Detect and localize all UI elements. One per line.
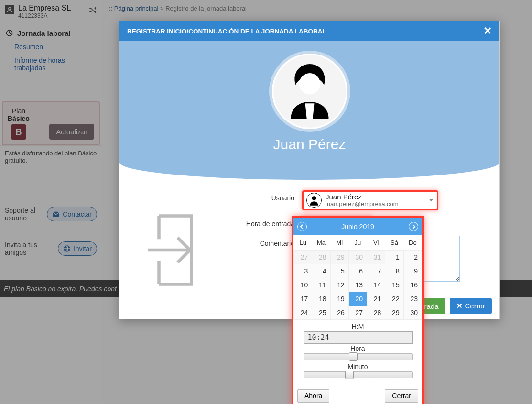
day-29[interactable]: 29	[330, 251, 348, 264]
dow-Ju: Ju	[348, 235, 367, 251]
hour-slider[interactable]	[304, 353, 413, 360]
x-icon: ✕	[456, 302, 463, 310]
day-7[interactable]: 7	[367, 264, 385, 278]
day-23[interactable]: 23	[403, 292, 422, 306]
day-29[interactable]: 29	[385, 306, 403, 320]
calendar-grid: LuMaMiJuViSáDo 2728293031123456789101112…	[293, 235, 422, 320]
day-30[interactable]: 30	[403, 306, 422, 320]
dow-Ma: Ma	[312, 235, 330, 251]
day-31[interactable]: 31	[367, 251, 385, 264]
datepicker: Junio 2019 LuMaMiJuViSáDo 27282930311234…	[292, 216, 424, 404]
day-1[interactable]: 1	[385, 251, 403, 264]
day-13[interactable]: 13	[348, 278, 367, 292]
day-12[interactable]: 12	[330, 278, 348, 292]
dow-Mi: Mi	[330, 235, 348, 251]
label-usuario: Usuario	[135, 190, 302, 202]
day-10[interactable]: 10	[294, 278, 312, 292]
day-9[interactable]: 9	[403, 264, 422, 278]
day-18[interactable]: 18	[312, 292, 330, 306]
avatar-large	[269, 51, 350, 132]
dow-Lu: Lu	[294, 235, 312, 251]
day-27[interactable]: 27	[294, 251, 312, 264]
day-27[interactable]: 27	[348, 306, 367, 320]
day-28[interactable]: 28	[367, 306, 385, 320]
hm-label: H:M	[299, 323, 416, 330]
svg-point-5	[299, 73, 320, 94]
day-20[interactable]: 20	[348, 292, 367, 306]
day-8[interactable]: 8	[385, 264, 403, 278]
dow-Sá: Sá	[385, 235, 403, 251]
user-name-big: Juan Pérez	[119, 136, 499, 153]
close-label: Cerrar	[465, 302, 485, 310]
next-month-button[interactable]	[409, 222, 418, 231]
minute-label: Minuto	[299, 363, 416, 371]
chevron-down-icon	[429, 199, 433, 202]
selected-user-name: Juan Pérez	[326, 193, 399, 201]
day-25[interactable]: 25	[312, 306, 330, 320]
user-icon	[306, 193, 322, 208]
picker-close-button[interactable]: Cerrar	[385, 389, 418, 403]
day-5[interactable]: 5	[330, 264, 348, 278]
day-4[interactable]: 4	[312, 264, 330, 278]
selected-user-email: juan.perez@empresa.com	[326, 201, 399, 208]
day-30[interactable]: 30	[348, 251, 367, 264]
day-6[interactable]: 6	[348, 264, 367, 278]
day-16[interactable]: 16	[403, 278, 422, 292]
modal-header: REGISTRAR INICIO/CONTINUACIÓN DE LA JORN…	[119, 21, 499, 41]
day-14[interactable]: 14	[367, 278, 385, 292]
day-17[interactable]: 17	[294, 292, 312, 306]
datepicker-month: Junio 2019	[341, 223, 374, 230]
day-15[interactable]: 15	[385, 278, 403, 292]
close-button[interactable]: ✕Cerrar	[450, 298, 492, 314]
close-icon[interactable]: ✕	[483, 26, 492, 36]
user-select[interactable]: Juan Pérez juan.perez@empresa.com	[302, 190, 438, 210]
svg-point-6	[312, 196, 316, 200]
dow-Do: Do	[403, 235, 422, 251]
prev-month-button[interactable]	[297, 222, 307, 231]
hour-thumb[interactable]	[349, 352, 358, 361]
day-19[interactable]: 19	[330, 292, 348, 306]
now-button[interactable]: Ahora	[297, 389, 329, 403]
day-28[interactable]: 28	[312, 251, 330, 264]
day-22[interactable]: 22	[385, 292, 403, 306]
hour-label: Hora	[299, 345, 416, 352]
datepicker-footer: Ahora Cerrar	[293, 385, 422, 404]
day-2[interactable]: 2	[403, 251, 422, 264]
day-3[interactable]: 3	[294, 264, 312, 278]
day-26[interactable]: 26	[330, 306, 348, 320]
datepicker-header: Junio 2019	[293, 218, 422, 235]
modal-hero: Juan Pérez	[119, 41, 499, 180]
day-21[interactable]: 21	[367, 292, 385, 306]
modal-title: REGISTRAR INICIO/CONTINUACIÓN DE LA JORN…	[127, 28, 326, 35]
enter-icon	[143, 209, 206, 292]
minute-thumb[interactable]	[345, 371, 354, 379]
time-value[interactable]: 10:24	[304, 331, 413, 344]
minute-slider[interactable]	[304, 371, 413, 378]
time-block: H:M 10:24 Hora Minuto	[293, 320, 422, 385]
day-11[interactable]: 11	[312, 278, 330, 292]
dow-Vi: Vi	[367, 235, 385, 251]
day-24[interactable]: 24	[294, 306, 312, 320]
